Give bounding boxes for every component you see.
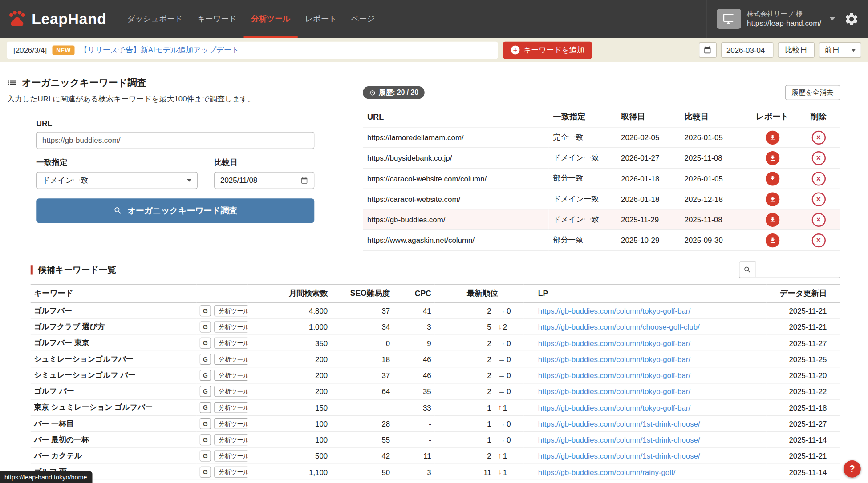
lp-link[interactable]: https://gb-buddies.com/column/tokyo-golf… bbox=[538, 403, 690, 412]
google-search-button[interactable]: G bbox=[200, 434, 211, 445]
google-search-button[interactable]: G bbox=[200, 386, 211, 397]
lp-link[interactable]: https://gb-buddies.com/column/tokyo-golf… bbox=[538, 306, 690, 315]
history-url: https://caracol-website.com/column/ bbox=[363, 168, 549, 189]
lp-link[interactable]: https://gb-buddies.com/column/1st-drink-… bbox=[538, 419, 700, 428]
data-updated-date: 2025-11-25 bbox=[766, 351, 840, 367]
download-report-button[interactable] bbox=[765, 233, 779, 247]
monthly-searches: 100 bbox=[247, 432, 331, 448]
lp-link[interactable]: https://gb-buddies.com/column/tokyo-golf… bbox=[538, 339, 690, 347]
cpc-value: 3 bbox=[393, 319, 435, 335]
google-search-button[interactable]: G bbox=[200, 322, 211, 333]
settings-gear-icon[interactable] bbox=[844, 0, 859, 38]
latest-rank: 1 1 bbox=[438, 403, 520, 412]
rank-trend: 1 bbox=[498, 452, 520, 460]
google-search-button[interactable]: G bbox=[200, 370, 211, 381]
google-search-button[interactable]: G bbox=[200, 451, 211, 462]
lp-link[interactable]: https://gb-buddies.com/column/tokyo-golf… bbox=[538, 387, 690, 396]
lp-link[interactable]: https://gb-buddies.com/column/tokyo-golf… bbox=[538, 371, 690, 379]
analysis-tool-dropdown[interactable]: 分析ツール bbox=[214, 434, 247, 445]
help-button[interactable]: ? bbox=[844, 460, 861, 478]
nav-item-reports[interactable]: レポート bbox=[298, 0, 344, 38]
rank-trend: 0 bbox=[498, 355, 520, 363]
google-search-button[interactable]: G bbox=[200, 402, 211, 413]
download-report-button[interactable] bbox=[765, 213, 779, 226]
seo-difficulty: 34 bbox=[331, 319, 393, 335]
delete-history-button[interactable]: × bbox=[811, 172, 825, 185]
add-keyword-button[interactable]: + キーワードを追加 bbox=[503, 41, 592, 59]
analysis-tool-dropdown[interactable]: 分析ツール bbox=[214, 402, 247, 413]
history-row[interactable]: https://caracol-website.com/column/ 部分一致… bbox=[363, 168, 840, 189]
analysis-tool-dropdown[interactable]: 分析ツール bbox=[214, 467, 247, 478]
download-report-button[interactable] bbox=[765, 151, 779, 165]
nav-item-analysis-tools[interactable]: 分析ツール bbox=[244, 0, 298, 38]
delete-history-button[interactable]: × bbox=[811, 213, 825, 226]
keyword-search-button[interactable] bbox=[739, 262, 756, 278]
history-row[interactable]: https://www.agaskin.net/column/ 部分一致 202… bbox=[363, 230, 840, 250]
history-row[interactable]: https://gb-buddies.com/ ドメイン一致 2025-11-2… bbox=[363, 209, 840, 230]
trend-arrow-icon bbox=[498, 436, 506, 443]
nav-item-pages[interactable]: ページ bbox=[344, 0, 382, 38]
google-search-button[interactable]: G bbox=[200, 305, 211, 316]
history-compare: 2026-01-05 bbox=[680, 127, 748, 148]
seo-difficulty: 14 bbox=[331, 480, 393, 483]
history-row[interactable]: https://caracol-website.com/ ドメイン一致 2026… bbox=[363, 189, 840, 209]
keyword-name: ゴルフバー 東京 bbox=[31, 335, 197, 351]
history-url: https://caracol-website.com/ bbox=[363, 189, 549, 209]
history-col-report: レポート bbox=[748, 106, 797, 127]
lp-link[interactable]: https://gb-buddies.com/column/rainy-golf… bbox=[538, 468, 676, 476]
analysis-tool-dropdown[interactable]: 分析ツール bbox=[214, 354, 247, 365]
google-search-button[interactable]: G bbox=[200, 354, 211, 365]
keyword-name: ゴルフ バー bbox=[31, 383, 197, 399]
compare-date-input[interactable]: 2025/11/08 bbox=[214, 172, 314, 189]
brand-name: LeapHand bbox=[32, 10, 106, 28]
calendar-button[interactable] bbox=[698, 42, 716, 58]
keyword-name: シュミレーションゴルフバー bbox=[31, 351, 197, 367]
analysis-tool-dropdown[interactable]: 分析ツール bbox=[214, 338, 247, 349]
lp-link[interactable]: https://gb-buddies.com/column/tokyo-golf… bbox=[538, 355, 690, 363]
keyword-search-input[interactable] bbox=[756, 262, 840, 278]
delete-history-button[interactable]: × bbox=[811, 192, 825, 206]
latest-rank: 5 2 bbox=[438, 323, 520, 331]
download-report-button[interactable] bbox=[765, 172, 779, 185]
delete-history-button[interactable]: × bbox=[811, 233, 825, 247]
account-menu[interactable]: 株式会社リープ 様 https://leap-hand.com/ bbox=[706, 0, 835, 38]
latest-rank: 2 0 bbox=[438, 339, 520, 347]
analysis-tool-dropdown[interactable]: 分析ツール bbox=[214, 451, 247, 462]
nav-item-dashboard[interactable]: ダッシュボード bbox=[120, 0, 190, 38]
history-col-match: 一致指定 bbox=[549, 106, 617, 127]
clear-all-history-button[interactable]: 履歴を全消去 bbox=[785, 85, 840, 100]
google-search-button[interactable]: G bbox=[200, 338, 211, 349]
latest-rank: 2 0 bbox=[438, 371, 520, 379]
history-row[interactable]: https://buysidebank.co.jp/ ドメイン一致 2026-0… bbox=[363, 148, 840, 168]
delete-history-button[interactable]: × bbox=[811, 151, 825, 165]
current-date-input[interactable]: 2026-03-04 bbox=[721, 42, 773, 58]
history-match: 部分一致 bbox=[549, 230, 617, 250]
analysis-tool-dropdown[interactable]: 分析ツール bbox=[214, 305, 247, 316]
lp-link[interactable]: https://gb-buddies.com/column/1st-drink-… bbox=[538, 435, 700, 444]
lp-link[interactable]: https://gb-buddies.com/column/choose-gol… bbox=[538, 323, 700, 331]
monthly-searches: 1,000 bbox=[247, 319, 331, 335]
history-count-badge: 履歴: 20 / 20 bbox=[363, 86, 425, 99]
period-select[interactable]: 前日 bbox=[819, 42, 861, 58]
google-search-button[interactable]: G bbox=[200, 467, 211, 478]
analysis-tool-dropdown[interactable]: 分析ツール bbox=[214, 322, 247, 333]
download-report-button[interactable] bbox=[765, 192, 779, 206]
url-input[interactable] bbox=[36, 132, 314, 149]
announcement-link[interactable]: 【リリース予告】新AIモデル追加アップデート bbox=[80, 45, 239, 55]
delete-history-button[interactable]: × bbox=[811, 130, 825, 144]
analysis-tool-dropdown[interactable]: 分析ツール bbox=[214, 418, 247, 429]
compare-date-button[interactable]: 比較日 bbox=[778, 42, 815, 58]
download-report-button[interactable] bbox=[765, 130, 779, 144]
cpc-value: 41 bbox=[393, 303, 435, 319]
lp-link[interactable]: https://gb-buddies.com/column/1st-drink-… bbox=[538, 452, 700, 460]
run-survey-button[interactable]: オーガニックキーワード調査 bbox=[36, 198, 314, 223]
brand-link[interactable]: LeapHand bbox=[8, 0, 107, 38]
keyword-name: シミュレーションゴルフ バー bbox=[31, 367, 197, 383]
history-row[interactable]: https://lamoredellamam.com/ 完全一致 2026-02… bbox=[363, 127, 840, 148]
google-search-button[interactable]: G bbox=[200, 418, 211, 429]
match-type-select[interactable]: ドメイン一致 bbox=[36, 172, 198, 189]
nav-item-keywords[interactable]: キーワード bbox=[190, 0, 244, 38]
analysis-tool-dropdown[interactable]: 分析ツール bbox=[214, 386, 247, 397]
monthly-searches: 1,100 bbox=[247, 464, 331, 480]
analysis-tool-dropdown[interactable]: 分析ツール bbox=[214, 370, 247, 381]
